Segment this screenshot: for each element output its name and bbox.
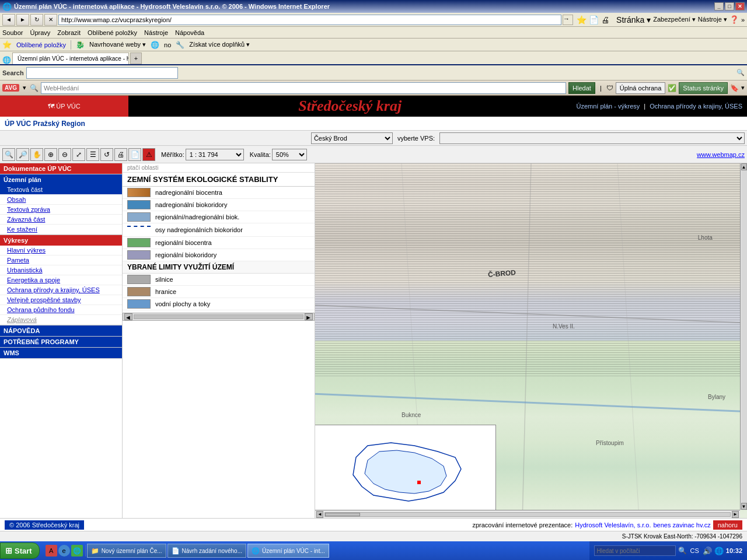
sidebar-header-wms[interactable]: WMS [0, 348, 122, 358]
sidebar-item-urbanisticka[interactable]: Urbanistická [0, 265, 122, 275]
ie-tools-btn[interactable]: Nástroje ▾ [698, 16, 727, 23]
map-vscroll[interactable]: ▲ ▼ [740, 163, 747, 510]
legend-section2-title: YBRANÉ LIMITY VYUŽITÍ ÚZEMÍ [123, 261, 315, 274]
quality-select[interactable]: 50% [272, 149, 307, 160]
stop-button[interactable]: ✕ [44, 14, 57, 26]
taskbar-search-input[interactable] [594, 545, 676, 556]
quicklaunch-ie[interactable]: e [58, 545, 70, 556]
ie-security-btn[interactable]: Zabezpečení ▾ [653, 16, 696, 23]
favorites-label[interactable]: Oblíbené položky [16, 41, 66, 48]
hledat-button[interactable]: Hledat [568, 82, 595, 94]
info-button[interactable]: ⚠ [142, 148, 155, 161]
sidebar-header-napoveda[interactable]: NÁPOVĚDA [0, 326, 122, 336]
sidebar-item-zaplavova[interactable]: Záplavová [0, 315, 122, 325]
legend-scroll-right[interactable]: ► [305, 313, 313, 320]
sidebar-item-textova-cast[interactable]: Textová část [0, 185, 122, 195]
dropdown-row: Český Brod vyberte VPS: [0, 131, 747, 146]
maximize-button[interactable]: □ [725, 2, 734, 10]
refresh-button[interactable]: ↻ [30, 14, 43, 26]
sidebar-header-programy[interactable]: POTŘEBNÉ PROGRAMY [0, 337, 122, 347]
no-btn[interactable]: no [164, 41, 171, 48]
avg-extra-btn[interactable]: 🔖 [730, 84, 739, 92]
title-bar-controls[interactable]: _ □ ✕ [714, 2, 745, 10]
forward-button[interactable]: ► [16, 14, 29, 26]
ie-page-btn[interactable]: Stránka ▾ [616, 15, 651, 24]
doplnky-btn[interactable]: Získat více doplňků ▾ [189, 41, 250, 48]
sidebar-item-energetika[interactable]: Energetika a spoje [0, 275, 122, 285]
sidebar-item-vps[interactable]: Veřejně prospěšné stavby [0, 295, 122, 305]
vps-select[interactable] [439, 132, 745, 144]
legend-hscroll[interactable]: ◄ ► [123, 313, 315, 321]
taskbar-item-2[interactable]: 📄 Návrh zadání nového... [167, 544, 246, 558]
menu-oblibene[interactable]: Oblíbené položky [88, 29, 137, 36]
menu-soubor[interactable]: Soubor [2, 29, 23, 36]
quicklaunch-avg[interactable]: A [46, 545, 57, 556]
ie-expand-btn[interactable]: » [741, 16, 745, 23]
taskbar-search-icon[interactable]: 🔍 [678, 547, 687, 555]
taskbar-item-1[interactable]: 📁 Nový územní plán Če... [87, 544, 166, 558]
sidebar-item-pameta[interactable]: Pameta [0, 256, 122, 265]
uplna-button[interactable]: Úplná ochrana [616, 82, 666, 94]
menu-upravy[interactable]: Úpravy [30, 29, 50, 36]
avg-more-btn[interactable]: ▾ [741, 84, 745, 92]
vscroll-down[interactable]: ▼ [741, 503, 747, 510]
sidebar-header-uzemni-plan[interactable]: Územní plán [0, 174, 122, 185]
nav-link-2[interactable]: Ochrana přírody a krajiny, ÚSES [650, 103, 742, 110]
menu-nastroje[interactable]: Nástroje [144, 29, 168, 36]
sidebar-item-ke-stazeni[interactable]: Ke stažení [0, 225, 122, 235]
sidebar-item-ochrana-prirody[interactable]: Ochrana přírody a krajiny, ÚSES [0, 285, 122, 295]
taskbar-network-icon: 🌐 [714, 547, 724, 555]
sidebar-item-obsah[interactable]: Obsah [0, 195, 122, 205]
taskbar-item-3[interactable]: 🌐 Územní plán VÚC - int... [247, 544, 329, 558]
new-tab-button[interactable]: + [130, 52, 142, 64]
scale-select[interactable]: 1 : 31 794 [186, 149, 244, 160]
legend-scroll-left[interactable]: ◄ [124, 313, 132, 320]
zoom-plus-button[interactable]: ⊕ [44, 148, 57, 161]
pan-button[interactable]: ✋ [30, 148, 43, 161]
webmap-link[interactable]: www.webmap.cz [697, 151, 745, 158]
address-bar[interactable] [58, 15, 561, 25]
print-button[interactable]: 🖨 [114, 148, 127, 161]
sidebar-item-ochrana-pudniho[interactable]: Ochrana půdního fondu [0, 305, 122, 315]
go-button[interactable]: → [563, 15, 573, 25]
menu-zobrazit[interactable]: Zobrazit [57, 29, 81, 36]
vscroll-up[interactable]: ▲ [741, 163, 747, 170]
map-area[interactable]: Č-BROD N.Ves II. Buknce Podviháš Přístou… [315, 163, 747, 518]
ie-help-btn[interactable]: ❓ [729, 15, 739, 24]
export-button[interactable]: 📄 [128, 148, 141, 161]
browser-tab-1[interactable]: Územní plán VÚC - internetová aplikace -… [12, 52, 129, 64]
navrhweby-btn[interactable]: Navrhované weby ▾ [89, 41, 146, 48]
menu-napoveda[interactable]: Nápověda [175, 29, 204, 36]
footer-hydrosoft-link[interactable]: Hydrosoft Veleslavín, s.r.o. [575, 522, 651, 528]
close-button[interactable]: ✕ [735, 2, 745, 10]
zoom-out-button[interactable]: 🔎 [16, 148, 29, 161]
ie-search-input[interactable] [26, 67, 178, 79]
quicklaunch-3[interactable]: 🌐 [71, 545, 83, 556]
full-extent-button[interactable]: ⤢ [72, 148, 85, 161]
avg-arrow[interactable]: ▾ [23, 84, 26, 92]
back-button[interactable]: ◄ [2, 14, 15, 26]
status-button[interactable]: Status stránky [679, 82, 728, 94]
ie-search-icon[interactable]: 🔍 [736, 69, 745, 76]
layers-button[interactable]: ☰ [86, 148, 99, 161]
nav-link-1[interactable]: Územní plán - výkresy [576, 103, 640, 110]
zoom-in-button[interactable]: 🔍 [2, 148, 15, 161]
sidebar-item-textova-zprava[interactable]: Textová zpráva [0, 205, 122, 215]
sidebar-item-hlavni-vykres[interactable]: Hlavní výkres [0, 246, 122, 256]
taskbar-time[interactable]: 10:32 [726, 547, 742, 554]
sidebar-section-programy: POTŘEBNÉ PROGRAMY [0, 337, 122, 348]
hscroll-left[interactable]: ◄ [316, 511, 323, 518]
refresh-map-button[interactable]: ↺ [100, 148, 113, 161]
hscroll-right[interactable]: ► [732, 511, 739, 518]
avg-search-input[interactable] [41, 82, 566, 94]
sidebar-item-zavazna-cast[interactable]: Závazná část [0, 215, 122, 225]
sidebar-header-dokumentace[interactable]: Dokumentace ÚP VÚC [0, 163, 122, 174]
minimize-button[interactable]: _ [714, 2, 724, 10]
map-hscroll[interactable]: ◄ ► [315, 510, 740, 518]
city-select[interactable]: Český Brod [311, 132, 393, 144]
sidebar-header-vykresy[interactable]: Výkresy [0, 235, 122, 246]
nahoru-button[interactable]: nahoru [713, 520, 742, 530]
zoom-minus-button[interactable]: ⊖ [58, 148, 71, 161]
footer-benes-link[interactable]: benes zavinac hv.cz [653, 522, 710, 528]
start-button[interactable]: ⊞ Start [0, 542, 40, 559]
